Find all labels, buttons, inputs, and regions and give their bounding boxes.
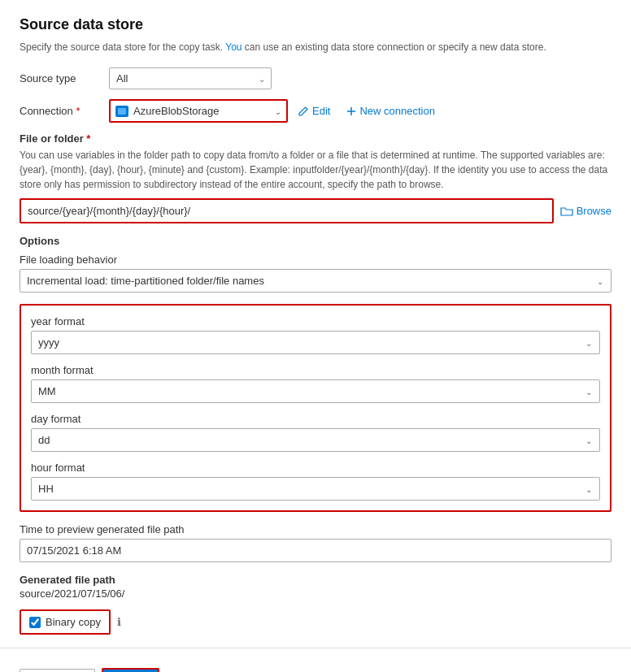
- browse-button[interactable]: Browse: [560, 205, 611, 217]
- binary-copy-info-icon[interactable]: ℹ: [117, 616, 121, 628]
- month-format-select[interactable]: MM M: [31, 379, 600, 403]
- binary-copy-checkbox[interactable]: [29, 617, 41, 628]
- previous-button[interactable]: ‹ Previous: [20, 669, 95, 672]
- source-type-label: Source type: [20, 72, 109, 85]
- path-input[interactable]: [20, 198, 554, 223]
- binary-copy-checkbox-wrapper[interactable]: Binary copy: [20, 609, 111, 635]
- next-button[interactable]: Next ›: [102, 668, 159, 672]
- folder-icon: [560, 206, 573, 217]
- hour-format-label: hour format: [31, 462, 600, 474]
- connection-label: Connection: [20, 105, 109, 117]
- year-format-label: year format: [31, 315, 600, 327]
- page-title: Source data store: [20, 16, 611, 33]
- hour-format-select[interactable]: HH H: [31, 477, 600, 501]
- formats-section: year format yyyy yy ⌄ month format MM M …: [20, 304, 611, 512]
- footer-divider: [0, 648, 631, 648]
- day-format-label: day format: [31, 413, 600, 425]
- binary-copy-label: Binary copy: [46, 616, 101, 628]
- file-folder-label: File or folder: [20, 132, 611, 145]
- generated-file-path-label: Generated file path: [20, 574, 611, 586]
- file-folder-hint: You can use variables in the folder path…: [20, 148, 611, 192]
- preview-input[interactable]: [20, 539, 611, 562]
- new-connection-button[interactable]: New connection: [343, 102, 438, 120]
- file-loading-label: File loading behavior: [20, 254, 611, 266]
- footer: ‹ Previous Next ›: [0, 658, 631, 672]
- options-title: Options: [20, 235, 611, 247]
- year-format-select[interactable]: yyyy yy: [31, 331, 600, 354]
- pencil-icon: [298, 106, 309, 117]
- page-description: Specify the source data store for the co…: [20, 40, 611, 54]
- plus-icon: [346, 106, 356, 116]
- description-link[interactable]: You: [225, 41, 242, 53]
- source-type-select[interactable]: All: [109, 67, 272, 89]
- edit-button[interactable]: Edit: [294, 102, 333, 120]
- connection-select[interactable]: AzureBlobStorage: [109, 99, 288, 123]
- generated-file-path-value: source/2021/07/15/06/: [20, 587, 611, 600]
- file-loading-select[interactable]: Incremental load: time-partitioned folde…: [20, 269, 611, 293]
- day-format-select[interactable]: dd d: [31, 428, 600, 452]
- month-format-label: month format: [31, 364, 600, 376]
- preview-label: Time to preview generated file path: [20, 523, 611, 535]
